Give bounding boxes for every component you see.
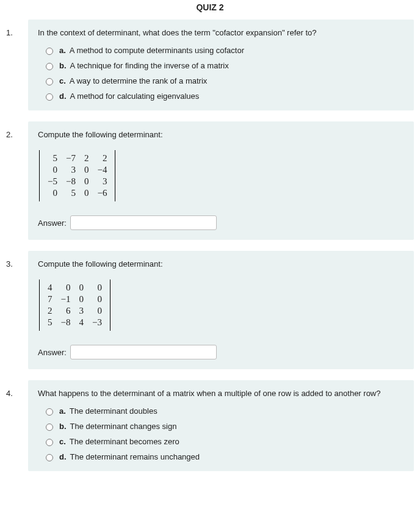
matrix-cell: 4 xyxy=(43,282,57,294)
option-radio[interactable] xyxy=(46,63,53,70)
matrix-cell: −4 xyxy=(93,164,111,176)
question-number: 2. xyxy=(6,121,28,139)
option-text: The determinant remains unchanged xyxy=(70,452,200,461)
matrix-cell: 0 xyxy=(80,164,93,176)
option-text: The determinant changes sign xyxy=(70,422,177,431)
option-row: c.The determinant becomes zero xyxy=(43,437,404,446)
matrix-cell: 0 xyxy=(43,164,62,176)
matrix-cell: 7 xyxy=(43,294,57,305)
option-letter: b. xyxy=(59,422,67,431)
option-text: A technique for finding the inverse of a… xyxy=(70,61,229,70)
option-row: a.The determinant doubles xyxy=(43,406,404,416)
matrix-cell: 5 xyxy=(43,153,62,164)
matrix-cell: −8 xyxy=(57,317,75,328)
option-text: The determinant becomes zero xyxy=(70,437,179,446)
question-body: Compute the following determinant:5−7220… xyxy=(28,121,414,240)
option-radio[interactable] xyxy=(46,439,53,446)
matrix-cell: 2 xyxy=(80,153,93,164)
option-row: c.A way to determine the rank of a matri… xyxy=(43,76,404,85)
option-letter: a. xyxy=(59,46,66,55)
matrix-cell: 3 xyxy=(62,164,80,176)
option-row: a.A method to compute determinants using… xyxy=(43,46,404,55)
question-block: 4.What happens to the determinant of a m… xyxy=(6,380,414,471)
matrix-cell: 0 xyxy=(80,187,93,199)
quiz-title: QUIZ 2 xyxy=(6,0,414,20)
matrix-cell: 4 xyxy=(74,317,88,328)
matrix-cell: −1 xyxy=(57,294,75,305)
question-number: 1. xyxy=(6,20,28,37)
determinant-matrix: 5−722030−4−5−803050−6 xyxy=(39,150,115,201)
matrix-cell: 0 xyxy=(43,187,62,199)
matrix-cell: 5 xyxy=(43,317,57,328)
option-letter: c. xyxy=(59,437,66,446)
option-radio[interactable] xyxy=(46,78,53,85)
matrix-cell: 0 xyxy=(88,282,106,294)
matrix-cell: −8 xyxy=(62,176,80,187)
option-radio[interactable] xyxy=(46,424,53,431)
matrix-cell: 2 xyxy=(43,305,57,317)
option-radio[interactable] xyxy=(46,93,53,101)
question-block: 2.Compute the following determinant:5−72… xyxy=(6,121,414,240)
matrix-cell: −6 xyxy=(93,187,111,199)
option-text: A method for calculating eigenvalues xyxy=(70,92,200,101)
answer-input[interactable] xyxy=(70,215,217,230)
answer-row: Answer: xyxy=(38,345,404,359)
option-radio[interactable] xyxy=(46,454,53,461)
answer-label: Answer: xyxy=(38,218,67,228)
option-letter: a. xyxy=(59,406,66,416)
matrix-cell: 0 xyxy=(74,282,88,294)
option-letter: d. xyxy=(59,92,67,101)
options-list: a.The determinant doublesb.The determina… xyxy=(43,406,404,461)
question-body: Compute the following determinant:40007−… xyxy=(28,251,414,369)
option-row: d.A method for calculating eigenvalues xyxy=(43,92,404,101)
option-text: A way to determine the rank of a matrix xyxy=(70,76,207,85)
question-block: 3.Compute the following determinant:4000… xyxy=(6,251,414,369)
matrix-cell: 3 xyxy=(93,176,111,187)
option-radio[interactable] xyxy=(46,48,53,55)
determinant-matrix: 40007−10026305−84−3 xyxy=(39,280,110,331)
option-text: The determinant doubles xyxy=(70,406,158,416)
option-row: b.A technique for finding the inverse of… xyxy=(43,61,404,70)
answer-input[interactable] xyxy=(70,345,217,359)
matrix-cell: 6 xyxy=(57,305,75,317)
matrix-cell: −3 xyxy=(88,317,106,328)
question-prompt: In the context of determinant, what does… xyxy=(38,28,404,37)
question-prompt: Compute the following determinant: xyxy=(38,259,404,269)
matrix-cell: −5 xyxy=(43,176,62,187)
matrix-cell: 3 xyxy=(74,305,88,317)
option-row: b.The determinant changes sign xyxy=(43,422,404,431)
option-letter: d. xyxy=(59,452,67,461)
option-letter: b. xyxy=(59,61,67,70)
question-block: 1.In the context of determinant, what do… xyxy=(6,20,414,110)
answer-label: Answer: xyxy=(38,348,67,357)
option-letter: c. xyxy=(59,76,66,85)
question-number: 3. xyxy=(6,251,28,269)
matrix-cell: 0 xyxy=(74,294,88,305)
matrix-cell: 0 xyxy=(88,305,106,317)
question-body: What happens to the determinant of a mat… xyxy=(28,380,414,471)
matrix-cell: −7 xyxy=(62,153,80,164)
question-prompt: What happens to the determinant of a mat… xyxy=(38,389,404,398)
option-row: d.The determinant remains unchanged xyxy=(43,452,404,461)
matrix-cell: 5 xyxy=(62,187,80,199)
matrix-cell: 0 xyxy=(80,176,93,187)
answer-row: Answer: xyxy=(38,215,404,230)
question-body: In the context of determinant, what does… xyxy=(28,20,414,110)
matrix-cell: 0 xyxy=(88,294,106,305)
question-number: 4. xyxy=(6,380,28,398)
question-prompt: Compute the following determinant: xyxy=(38,130,404,139)
matrix-cell: 0 xyxy=(57,282,75,294)
options-list: a.A method to compute determinants using… xyxy=(43,46,404,101)
option-text: A method to compute determinants using c… xyxy=(70,46,244,55)
option-radio[interactable] xyxy=(46,408,53,416)
matrix-cell: 2 xyxy=(93,153,111,164)
